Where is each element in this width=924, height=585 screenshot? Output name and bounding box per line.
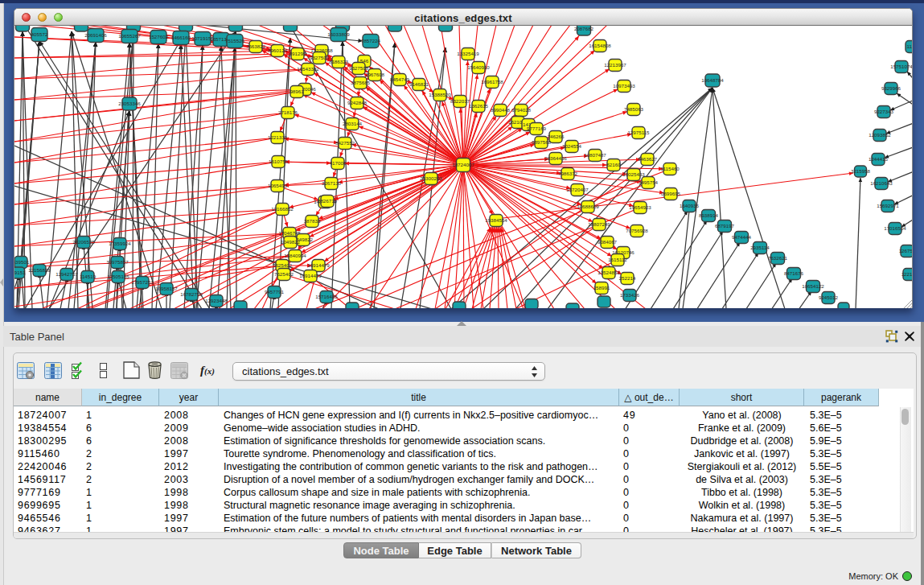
svg-text:1527602: 1527602 [149, 34, 169, 39]
svg-text:7663822: 7663822 [246, 43, 266, 49]
svg-text:10654122: 10654122 [802, 283, 824, 289]
svg-text:10958157: 10958157 [155, 286, 178, 291]
svg-text:6466160: 6466160 [171, 35, 191, 40]
svg-text:13325419: 13325419 [457, 51, 479, 56]
svg-text:126753: 126753 [899, 248, 912, 253]
svg-text:7857224: 7857224 [361, 38, 381, 43]
svg-text:15840994: 15840994 [284, 253, 306, 258]
svg-text:7632621: 7632621 [768, 255, 788, 261]
svg-text:70756928: 70756928 [626, 228, 648, 233]
svg-text:16914479: 16914479 [299, 273, 322, 278]
svg-text:9227343: 9227343 [874, 109, 894, 114]
svg-text:8990448: 8990448 [491, 107, 511, 113]
svg-text:6794028: 6794028 [511, 107, 532, 113]
svg-text:1615112: 1615112 [608, 257, 627, 262]
svg-text:16033809: 16033809 [327, 31, 350, 37]
svg-text:10973493: 10973493 [613, 83, 635, 89]
svg-text:12505185: 12505185 [107, 274, 129, 279]
svg-text:17016504: 17016504 [884, 225, 906, 231]
svg-text:439501: 439501 [14, 259, 30, 265]
svg-text:8454749: 8454749 [390, 76, 410, 82]
svg-text:3875685: 3875685 [351, 80, 371, 85]
svg-text:8186323: 8186323 [329, 59, 349, 64]
svg-text:98961: 98961 [290, 89, 304, 94]
svg-text:8960124: 8960124 [268, 47, 288, 53]
svg-text:8938914: 8938914 [699, 212, 719, 218]
svg-text:7625402: 7625402 [274, 271, 294, 277]
svg-text:12093852: 12093852 [869, 132, 891, 138]
svg-text:23053346: 23053346 [118, 101, 141, 106]
svg-text:8322037: 8322037 [450, 98, 470, 104]
svg-text:15692971: 15692971 [877, 203, 899, 208]
svg-text:20206535: 20206535 [72, 239, 95, 245]
svg-text:252214: 252214 [619, 275, 636, 281]
svg-text:2803144: 2803144 [343, 121, 363, 126]
svg-text:25300293: 25300293 [420, 175, 442, 181]
svg-text:18724007: 18724007 [452, 162, 474, 167]
svg-text:9146821: 9146821 [409, 81, 429, 87]
svg-text:1221330: 1221330 [268, 134, 288, 140]
svg-text:16961758: 16961758 [481, 79, 503, 84]
svg-text:12975115: 12975115 [627, 130, 650, 135]
svg-text:17957253: 17957253 [131, 279, 154, 285]
svg-text:12942757: 12942757 [55, 271, 78, 277]
svg-text:1065493: 1065493 [268, 183, 288, 188]
svg-text:158991: 158991 [593, 285, 610, 290]
svg-text:1640935: 1640935 [680, 203, 700, 208]
svg-text:2718176: 2718176 [278, 109, 298, 115]
svg-text:7515526: 7515526 [225, 38, 245, 43]
svg-text:1049822: 1049822 [281, 239, 301, 245]
svg-text:20364436: 20364436 [544, 155, 567, 161]
svg-text:10688609: 10688609 [577, 204, 599, 209]
svg-text:3495754: 3495754 [639, 179, 659, 185]
svg-text:13524851: 13524851 [598, 270, 620, 275]
svg-text:1610755: 1610755 [269, 159, 289, 164]
svg-text:12213967: 12213967 [604, 62, 626, 68]
svg-text:9463627: 9463627 [638, 156, 658, 162]
svg-text:9474444: 9474444 [732, 234, 752, 240]
svg-text:12156829: 12156829 [28, 267, 51, 273]
svg-text:114519: 114519 [80, 274, 97, 279]
svg-text:12923448: 12923448 [205, 298, 228, 303]
svg-text:16543382: 16543382 [297, 66, 319, 72]
svg-text:7485063: 7485063 [624, 106, 644, 112]
svg-text:15720407: 15720407 [566, 187, 589, 192]
svg-text:20691406: 20691406 [84, 32, 107, 38]
svg-text:19384554: 19384554 [485, 217, 507, 223]
svg-text:3826710: 3826710 [318, 198, 338, 204]
svg-text:15388520: 15388520 [429, 92, 451, 97]
svg-text:387833: 387833 [304, 218, 321, 224]
svg-text:7625402: 7625402 [273, 262, 293, 268]
svg-text:16154808: 16154808 [589, 43, 611, 48]
svg-text:10655267: 10655267 [118, 33, 141, 39]
svg-text:3024554: 3024554 [562, 143, 582, 149]
svg-text:417006: 417006 [330, 160, 347, 166]
svg-text:9329966: 9329966 [881, 85, 901, 91]
svg-text:6879197: 6879197 [715, 223, 735, 229]
svg-text:0699695: 0699695 [661, 191, 681, 196]
svg-text:9457791: 9457791 [265, 289, 285, 295]
svg-text:891295: 891295 [290, 51, 306, 56]
svg-text:2935114: 2935114 [750, 245, 770, 250]
svg-text:8427552: 8427552 [335, 140, 355, 146]
svg-text:10807487: 10807487 [584, 152, 606, 158]
svg-text:9242848: 9242848 [347, 100, 368, 105]
svg-text:746266: 746266 [548, 134, 565, 139]
svg-text:9777169: 9777169 [527, 126, 547, 131]
svg-text:405572: 405572 [31, 31, 48, 37]
svg-text:15640910: 15640910 [467, 64, 490, 70]
svg-text:1362635: 1362635 [469, 103, 489, 109]
svg-text:9327503: 9327503 [310, 55, 330, 60]
svg-text:16782759: 16782759 [180, 291, 203, 297]
svg-text:15751074: 15751074 [890, 64, 912, 69]
svg-text:15716485: 15716485 [315, 294, 338, 299]
svg-text:16210643: 16210643 [870, 180, 893, 186]
svg-text:10648784: 10648784 [701, 77, 724, 83]
svg-text:39151: 39151 [14, 270, 26, 275]
svg-text:16914479: 16914479 [307, 262, 330, 268]
svg-text:19166852: 19166852 [271, 206, 294, 212]
svg-text:1112: 1112 [907, 43, 912, 49]
svg-text:3267130: 3267130 [322, 180, 342, 186]
svg-text:1733426: 1733426 [620, 292, 640, 298]
svg-text:9245012: 9245012 [819, 295, 839, 300]
